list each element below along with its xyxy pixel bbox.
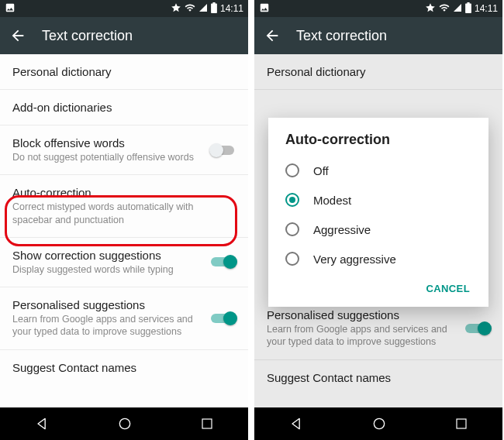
radio-icon (285, 163, 299, 177)
settings-list: Personal dictionary Add-on dictionaries … (0, 54, 248, 407)
wifi-icon (439, 2, 450, 15)
setting-suggest-contacts[interactable]: Suggest Contact names (0, 350, 248, 379)
back-icon[interactable] (9, 27, 26, 44)
picture-icon (5, 2, 16, 15)
dialog-option-aggressive[interactable]: Aggressive (268, 215, 488, 244)
nav-bar (0, 407, 248, 440)
dialog-option-very-aggressive[interactable]: Very aggressive (268, 244, 488, 273)
radio-icon (285, 252, 299, 266)
setting-title: Personal dictionary (12, 65, 236, 78)
nav-bar (254, 407, 502, 440)
setting-title: Personalised suggestions (12, 298, 236, 311)
auto-correction-dialog: Auto-correction Off Modest Aggressive Ve… (268, 118, 488, 307)
page-title: Text correction (42, 28, 133, 44)
status-time: 14:11 (220, 3, 243, 14)
toggle-show-suggestions[interactable] (211, 255, 237, 269)
cancel-button[interactable]: CANCEL (418, 278, 478, 299)
setting-subtitle: Learn from Google apps and services and … (12, 313, 236, 339)
status-bar: 14:11 (254, 0, 502, 17)
setting-block-offensive[interactable]: Block offensive words Do not suggest pot… (0, 125, 248, 175)
signal-icon (198, 3, 208, 15)
setting-personalised[interactable]: Personalised suggestions Learn from Goog… (0, 287, 248, 350)
setting-addon-dictionaries[interactable]: Add-on dictionaries (0, 90, 248, 125)
option-label: Aggressive (313, 223, 371, 236)
signal-icon (453, 3, 462, 15)
svg-rect-3 (457, 419, 466, 428)
setting-subtitle: Do not suggest potentially offensive wor… (12, 151, 236, 163)
radio-icon (285, 193, 299, 207)
setting-title: Suggest Contact names (12, 361, 236, 374)
nav-home-icon[interactable] (117, 416, 133, 431)
setting-title: Block offensive words (12, 136, 236, 150)
back-icon[interactable] (264, 27, 281, 44)
battery-icon (211, 2, 217, 15)
status-bar: 14:11 (0, 0, 248, 17)
page-title: Text correction (296, 28, 387, 44)
svg-point-2 (374, 418, 384, 428)
option-label: Very aggressive (313, 253, 396, 266)
dialog-option-modest[interactable]: Modest (268, 185, 488, 215)
radio-icon (285, 222, 299, 236)
setting-title: Add-on dictionaries (12, 101, 236, 114)
star-icon (171, 2, 181, 15)
picture-icon (259, 2, 270, 15)
dialog-title: Auto-correction (268, 132, 488, 156)
setting-subtitle: Correct mistyped words automatically wit… (12, 201, 236, 226)
star-icon (425, 2, 436, 15)
option-label: Modest (313, 194, 351, 207)
nav-back-icon[interactable] (34, 416, 50, 431)
setting-show-suggestions[interactable]: Show correction suggestions Display sugg… (0, 238, 248, 287)
dialog-option-off[interactable]: Off (268, 156, 488, 185)
screenshot-settings-list: 14:11 Text correction Personal dictionar… (0, 0, 248, 440)
setting-title: Auto-correction (12, 186, 236, 199)
setting-personal-dictionary[interactable]: Personal dictionary (0, 54, 248, 90)
status-time: 14:11 (475, 3, 498, 14)
app-bar: Text correction (254, 17, 502, 54)
toggle-personalised[interactable] (211, 311, 237, 325)
nav-home-icon[interactable] (371, 416, 387, 431)
nav-back-icon[interactable] (288, 416, 304, 431)
nav-recent-icon[interactable] (454, 417, 468, 431)
toggle-block-offensive[interactable] (211, 143, 237, 157)
option-label: Off (313, 164, 329, 177)
dialog-actions: CANCEL (268, 273, 488, 302)
setting-subtitle: Display suggested words while typing (12, 263, 236, 276)
setting-auto-correction[interactable]: Auto-correction Correct mistyped words a… (0, 175, 248, 238)
nav-recent-icon[interactable] (200, 417, 214, 431)
setting-title: Show correction suggestions (12, 249, 236, 262)
screenshot-dialog: 14:11 Text correction Personal dictionar… (254, 0, 502, 440)
wifi-icon (185, 2, 195, 15)
app-bar: Text correction (0, 17, 248, 54)
svg-rect-1 (202, 419, 212, 428)
battery-icon (465, 2, 471, 15)
svg-point-0 (119, 418, 129, 428)
